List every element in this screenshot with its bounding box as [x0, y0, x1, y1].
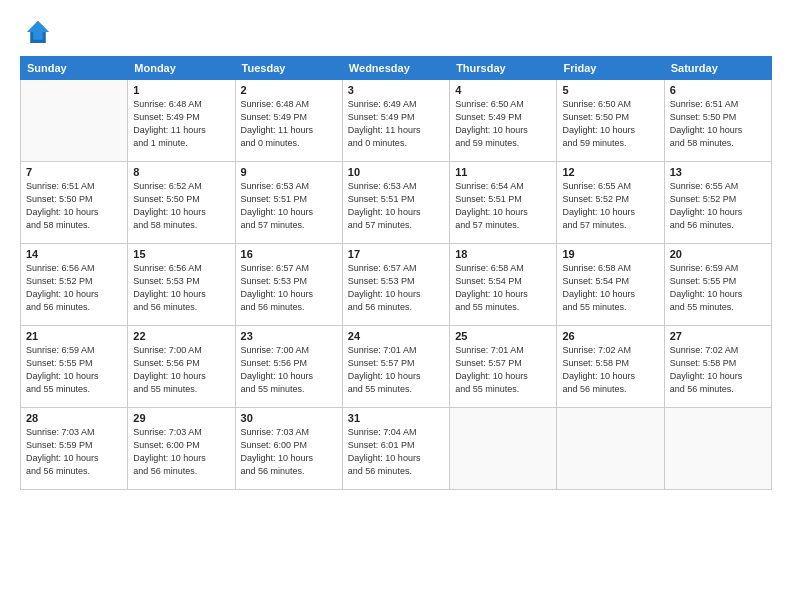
day-number: 19 — [562, 248, 658, 260]
day-cell — [557, 408, 664, 490]
day-info: Sunrise: 6:58 AMSunset: 5:54 PMDaylight:… — [455, 262, 551, 314]
day-info: Sunrise: 6:48 AMSunset: 5:49 PMDaylight:… — [133, 98, 229, 150]
day-info: Sunrise: 6:56 AMSunset: 5:53 PMDaylight:… — [133, 262, 229, 314]
day-info: Sunrise: 6:59 AMSunset: 5:55 PMDaylight:… — [670, 262, 766, 314]
day-cell: 26Sunrise: 7:02 AMSunset: 5:58 PMDayligh… — [557, 326, 664, 408]
day-number: 16 — [241, 248, 337, 260]
header-tuesday: Tuesday — [235, 57, 342, 80]
calendar-header-row: SundayMondayTuesdayWednesdayThursdayFrid… — [21, 57, 772, 80]
day-cell: 17Sunrise: 6:57 AMSunset: 5:53 PMDayligh… — [342, 244, 449, 326]
day-info: Sunrise: 6:53 AMSunset: 5:51 PMDaylight:… — [241, 180, 337, 232]
day-info: Sunrise: 6:48 AMSunset: 5:49 PMDaylight:… — [241, 98, 337, 150]
day-number: 22 — [133, 330, 229, 342]
day-number: 17 — [348, 248, 444, 260]
day-cell: 14Sunrise: 6:56 AMSunset: 5:52 PMDayligh… — [21, 244, 128, 326]
day-cell: 22Sunrise: 7:00 AMSunset: 5:56 PMDayligh… — [128, 326, 235, 408]
day-info: Sunrise: 7:00 AMSunset: 5:56 PMDaylight:… — [133, 344, 229, 396]
day-number: 23 — [241, 330, 337, 342]
week-row-4: 21Sunrise: 6:59 AMSunset: 5:55 PMDayligh… — [21, 326, 772, 408]
day-number: 4 — [455, 84, 551, 96]
day-number: 29 — [133, 412, 229, 424]
day-info: Sunrise: 6:54 AMSunset: 5:51 PMDaylight:… — [455, 180, 551, 232]
day-number: 8 — [133, 166, 229, 178]
day-cell: 20Sunrise: 6:59 AMSunset: 5:55 PMDayligh… — [664, 244, 771, 326]
day-info: Sunrise: 7:04 AMSunset: 6:01 PMDaylight:… — [348, 426, 444, 478]
day-info: Sunrise: 7:02 AMSunset: 5:58 PMDaylight:… — [562, 344, 658, 396]
day-info: Sunrise: 7:01 AMSunset: 5:57 PMDaylight:… — [455, 344, 551, 396]
day-cell: 15Sunrise: 6:56 AMSunset: 5:53 PMDayligh… — [128, 244, 235, 326]
day-info: Sunrise: 6:50 AMSunset: 5:49 PMDaylight:… — [455, 98, 551, 150]
day-info: Sunrise: 7:03 AMSunset: 5:59 PMDaylight:… — [26, 426, 122, 478]
day-number: 11 — [455, 166, 551, 178]
day-info: Sunrise: 6:51 AMSunset: 5:50 PMDaylight:… — [26, 180, 122, 232]
day-number: 5 — [562, 84, 658, 96]
day-info: Sunrise: 6:49 AMSunset: 5:49 PMDaylight:… — [348, 98, 444, 150]
day-info: Sunrise: 6:55 AMSunset: 5:52 PMDaylight:… — [562, 180, 658, 232]
day-number: 24 — [348, 330, 444, 342]
day-info: Sunrise: 6:53 AMSunset: 5:51 PMDaylight:… — [348, 180, 444, 232]
day-number: 18 — [455, 248, 551, 260]
day-number: 3 — [348, 84, 444, 96]
day-cell: 10Sunrise: 6:53 AMSunset: 5:51 PMDayligh… — [342, 162, 449, 244]
day-cell: 24Sunrise: 7:01 AMSunset: 5:57 PMDayligh… — [342, 326, 449, 408]
day-cell: 16Sunrise: 6:57 AMSunset: 5:53 PMDayligh… — [235, 244, 342, 326]
day-cell: 27Sunrise: 7:02 AMSunset: 5:58 PMDayligh… — [664, 326, 771, 408]
day-info: Sunrise: 6:57 AMSunset: 5:53 PMDaylight:… — [241, 262, 337, 314]
header-thursday: Thursday — [450, 57, 557, 80]
day-number: 6 — [670, 84, 766, 96]
day-number: 20 — [670, 248, 766, 260]
day-info: Sunrise: 7:02 AMSunset: 5:58 PMDaylight:… — [670, 344, 766, 396]
day-info: Sunrise: 7:00 AMSunset: 5:56 PMDaylight:… — [241, 344, 337, 396]
day-cell: 28Sunrise: 7:03 AMSunset: 5:59 PMDayligh… — [21, 408, 128, 490]
day-cell: 11Sunrise: 6:54 AMSunset: 5:51 PMDayligh… — [450, 162, 557, 244]
day-info: Sunrise: 6:51 AMSunset: 5:50 PMDaylight:… — [670, 98, 766, 150]
day-number: 2 — [241, 84, 337, 96]
day-number: 28 — [26, 412, 122, 424]
header-saturday: Saturday — [664, 57, 771, 80]
day-number: 15 — [133, 248, 229, 260]
day-info: Sunrise: 6:58 AMSunset: 5:54 PMDaylight:… — [562, 262, 658, 314]
day-info: Sunrise: 6:50 AMSunset: 5:50 PMDaylight:… — [562, 98, 658, 150]
day-number: 13 — [670, 166, 766, 178]
day-number: 12 — [562, 166, 658, 178]
day-cell: 3Sunrise: 6:49 AMSunset: 5:49 PMDaylight… — [342, 80, 449, 162]
week-row-5: 28Sunrise: 7:03 AMSunset: 5:59 PMDayligh… — [21, 408, 772, 490]
day-number: 31 — [348, 412, 444, 424]
week-row-1: 1Sunrise: 6:48 AMSunset: 5:49 PMDaylight… — [21, 80, 772, 162]
day-info: Sunrise: 6:52 AMSunset: 5:50 PMDaylight:… — [133, 180, 229, 232]
day-cell: 5Sunrise: 6:50 AMSunset: 5:50 PMDaylight… — [557, 80, 664, 162]
day-number: 25 — [455, 330, 551, 342]
day-info: Sunrise: 6:57 AMSunset: 5:53 PMDaylight:… — [348, 262, 444, 314]
day-cell: 12Sunrise: 6:55 AMSunset: 5:52 PMDayligh… — [557, 162, 664, 244]
day-number: 30 — [241, 412, 337, 424]
day-info: Sunrise: 7:03 AMSunset: 6:00 PMDaylight:… — [133, 426, 229, 478]
day-cell: 7Sunrise: 6:51 AMSunset: 5:50 PMDaylight… — [21, 162, 128, 244]
day-cell: 25Sunrise: 7:01 AMSunset: 5:57 PMDayligh… — [450, 326, 557, 408]
day-cell: 4Sunrise: 6:50 AMSunset: 5:49 PMDaylight… — [450, 80, 557, 162]
day-number: 9 — [241, 166, 337, 178]
logo — [20, 18, 52, 46]
header-wednesday: Wednesday — [342, 57, 449, 80]
page-header — [20, 18, 772, 46]
day-cell: 8Sunrise: 6:52 AMSunset: 5:50 PMDaylight… — [128, 162, 235, 244]
day-info: Sunrise: 6:59 AMSunset: 5:55 PMDaylight:… — [26, 344, 122, 396]
day-info: Sunrise: 6:55 AMSunset: 5:52 PMDaylight:… — [670, 180, 766, 232]
day-cell: 13Sunrise: 6:55 AMSunset: 5:52 PMDayligh… — [664, 162, 771, 244]
day-number: 10 — [348, 166, 444, 178]
day-info: Sunrise: 6:56 AMSunset: 5:52 PMDaylight:… — [26, 262, 122, 314]
day-cell: 1Sunrise: 6:48 AMSunset: 5:49 PMDaylight… — [128, 80, 235, 162]
day-cell — [450, 408, 557, 490]
header-friday: Friday — [557, 57, 664, 80]
day-cell — [664, 408, 771, 490]
day-number: 14 — [26, 248, 122, 260]
calendar-table: SundayMondayTuesdayWednesdayThursdayFrid… — [20, 56, 772, 490]
day-cell: 29Sunrise: 7:03 AMSunset: 6:00 PMDayligh… — [128, 408, 235, 490]
day-cell: 21Sunrise: 6:59 AMSunset: 5:55 PMDayligh… — [21, 326, 128, 408]
header-monday: Monday — [128, 57, 235, 80]
day-info: Sunrise: 7:03 AMSunset: 6:00 PMDaylight:… — [241, 426, 337, 478]
day-number: 1 — [133, 84, 229, 96]
day-number: 26 — [562, 330, 658, 342]
week-row-3: 14Sunrise: 6:56 AMSunset: 5:52 PMDayligh… — [21, 244, 772, 326]
day-cell: 31Sunrise: 7:04 AMSunset: 6:01 PMDayligh… — [342, 408, 449, 490]
day-number: 27 — [670, 330, 766, 342]
